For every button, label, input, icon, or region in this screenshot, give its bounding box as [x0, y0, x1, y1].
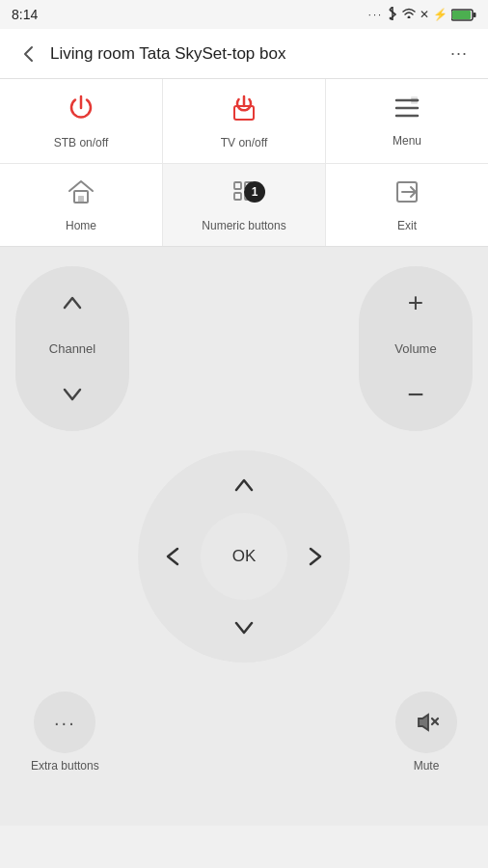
- exit-button[interactable]: Exit: [326, 164, 488, 246]
- dpad-ok-button[interactable]: OK: [201, 513, 287, 600]
- status-time: 8:14: [12, 7, 38, 22]
- stb-power-icon: [66, 93, 96, 130]
- stb-onoff-button[interactable]: STB on/off: [0, 79, 163, 163]
- svg-rect-5: [234, 106, 254, 120]
- mute-icon: [395, 692, 457, 753]
- volume-control: + Volume −: [359, 266, 473, 431]
- menu-icon: [393, 95, 421, 128]
- channel-volume-row: Channel + Volume −: [15, 266, 473, 431]
- channel-control: Channel: [15, 266, 129, 431]
- wifi-icon: [402, 8, 416, 21]
- home-button[interactable]: Home: [0, 164, 163, 246]
- tv-onoff-button[interactable]: TV on/off: [163, 79, 326, 163]
- tv-onoff-label: TV on/off: [221, 136, 267, 149]
- button-grid: STB on/off TV on/off: [0, 79, 488, 247]
- volume-up-button[interactable]: +: [359, 274, 473, 332]
- menu-button[interactable]: Menu: [326, 79, 488, 163]
- dpad-container: OK: [15, 450, 473, 663]
- tv-power-icon: [229, 93, 259, 130]
- dpad-left-button[interactable]: [144, 528, 202, 585]
- dpad-up-button[interactable]: [215, 456, 273, 514]
- extra-buttons-icon: ···: [34, 692, 95, 753]
- channel-label: Channel: [49, 332, 95, 366]
- status-bar: 8:14 ··· ✕ ⚡: [0, 0, 488, 29]
- menu-label: Menu: [393, 134, 421, 148]
- back-button[interactable]: [12, 37, 46, 71]
- svg-rect-12: [78, 196, 84, 203]
- top-nav: Living room Tata SkySet-top box ···: [0, 29, 488, 79]
- more-options-button[interactable]: ···: [442, 37, 476, 71]
- channel-down-button[interactable]: [15, 366, 129, 423]
- numeric-buttons-button[interactable]: 1 Numeric buttons: [163, 164, 326, 246]
- exit-icon: [393, 177, 421, 213]
- grid-row-2: Home 1 Numeric buttons: [0, 164, 488, 246]
- dpad-right-button[interactable]: [286, 528, 344, 585]
- page-title: Living room Tata SkySet-top box: [50, 44, 442, 64]
- battery-icon: [451, 9, 476, 21]
- volume-label: Volume: [394, 332, 436, 366]
- svg-rect-4: [474, 13, 476, 17]
- numeric-badge: 1: [244, 181, 265, 203]
- grid-row-1: STB on/off TV on/off: [0, 79, 488, 164]
- stb-onoff-label: STB on/off: [54, 136, 108, 149]
- x-icon: ✕: [420, 8, 429, 21]
- bottom-actions: ··· Extra buttons Mute: [15, 682, 473, 782]
- mute-button[interactable]: Mute: [395, 692, 457, 773]
- channel-up-button[interactable]: [15, 274, 129, 332]
- dots-icon: ···: [368, 9, 383, 20]
- home-icon: [67, 177, 95, 213]
- exit-label: Exit: [397, 219, 417, 232]
- lightning-icon: ⚡: [433, 8, 447, 21]
- numeric-label: Numeric buttons: [202, 219, 285, 232]
- svg-rect-15: [234, 193, 241, 200]
- svg-point-1: [408, 16, 411, 19]
- extra-buttons-label: Extra buttons: [31, 759, 99, 773]
- home-label: Home: [66, 219, 96, 232]
- svg-rect-10: [411, 96, 418, 104]
- dpad: OK: [138, 450, 350, 663]
- remote-area: Channel + Volume −: [0, 247, 488, 826]
- svg-rect-13: [234, 182, 241, 189]
- bluetooth-icon: [387, 7, 398, 23]
- volume-down-button[interactable]: −: [359, 366, 473, 423]
- numeric-icon: 1: [230, 177, 258, 213]
- extra-buttons-button[interactable]: ··· Extra buttons: [31, 692, 99, 773]
- mute-label: Mute: [414, 759, 440, 773]
- status-icons: ··· ✕ ⚡: [368, 7, 476, 23]
- dpad-down-button[interactable]: [215, 599, 273, 657]
- svg-rect-3: [452, 11, 471, 19]
